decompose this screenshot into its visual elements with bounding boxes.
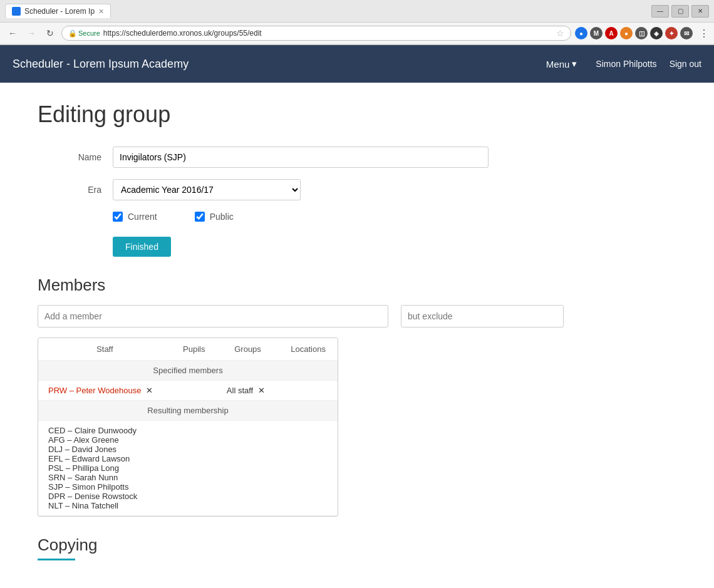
title-bar: Scheduler - Lorem Ip ✕ — ▢ ✕ — [0, 0, 714, 23]
exclude-input[interactable] — [401, 305, 564, 328]
signout-button[interactable]: Sign out — [670, 59, 701, 69]
main-content: Editing group Name Era Academic Year 201… — [0, 83, 689, 579]
members-header-row: Staff Pupils Groups Locations — [38, 338, 338, 361]
current-checkbox[interactable] — [113, 212, 123, 222]
members-table-container: Staff Pupils Groups Locations Specified … — [38, 338, 338, 517]
members-table-body: Specified members PRW – Peter Wodehouse … — [38, 361, 338, 516]
page-scroll: Editing group Name Era Academic Year 201… — [0, 83, 714, 588]
specified-members-label: Specified members — [38, 361, 338, 381]
window-controls: — ▢ ✕ — [651, 5, 709, 18]
specified-pupils-cell — [172, 381, 217, 401]
era-row: Era Academic Year 2016/17 — [38, 179, 651, 200]
members-list-cell: CED – Claire Dunwoody AFG – Alex Greene … — [38, 421, 338, 516]
finished-button[interactable]: Finished — [113, 237, 171, 257]
resulting-membership-label: Resulting membership — [38, 401, 338, 421]
era-select[interactable]: Academic Year 2016/17 — [113, 179, 301, 200]
minimize-button[interactable]: — — [651, 5, 669, 18]
remove-staff-icon[interactable]: ✕ — [146, 386, 153, 395]
browser-menu-icon[interactable]: ⋮ — [699, 28, 709, 39]
header-nav: Menu ▾ Simon Philpotts Sign out — [540, 54, 701, 73]
current-checkbox-item: Current — [113, 212, 157, 222]
maximize-button[interactable]: ▢ — [671, 5, 689, 18]
remove-group-icon[interactable]: ✕ — [258, 386, 265, 395]
ext-icon-1[interactable]: ● — [575, 27, 587, 39]
extension-icons: ● M A ● ◫ ◈ ✦ ✉ — [575, 27, 693, 39]
app-header: Scheduler - Lorem Ipsum Academy Menu ▾ S… — [0, 45, 714, 83]
address-input-wrapper[interactable]: 🔒 Secure https://schedulerdemo.xronos.uk… — [61, 26, 571, 41]
col-groups: Groups — [217, 338, 279, 361]
members-table-head: Staff Pupils Groups Locations — [38, 338, 338, 361]
address-bar: ← → ↻ 🔒 Secure https://schedulerdemo.xro… — [0, 23, 714, 44]
col-locations: Locations — [279, 338, 338, 361]
browser-chrome: Scheduler - Lorem Ip ✕ — ▢ ✕ ← → ↻ 🔒 Sec… — [0, 0, 714, 45]
name-label: Name — [38, 152, 113, 162]
member-name-8: NLT – Nina Tatchell — [48, 501, 328, 510]
copying-title: Copying — [38, 535, 651, 555]
bookmark-icon[interactable]: ☆ — [556, 28, 564, 38]
ext-icon-5[interactable]: ◈ — [650, 27, 663, 39]
secure-label: Secure — [78, 29, 100, 37]
menu-chevron-icon: ▾ — [572, 58, 577, 70]
member-name-5: SRN – Sarah Nunn — [48, 473, 328, 482]
specified-groups-cell: All staff ✕ — [217, 381, 279, 401]
member-name-2: DLJ – David Jones — [48, 445, 328, 454]
member-name-6: SJP – Simon Philpotts — [48, 482, 328, 492]
user-name[interactable]: Simon Philpotts — [596, 59, 656, 69]
specified-staff-link[interactable]: PRW – Peter Wodehouse — [48, 386, 141, 395]
ext-icon-3[interactable]: ● — [620, 27, 633, 39]
member-name-4: PSL – Phillipa Long — [48, 463, 328, 473]
member-name-7: DPR – Denise Rowstock — [48, 492, 328, 501]
era-label: Era — [38, 185, 113, 195]
reload-button[interactable]: ↻ — [43, 26, 58, 41]
specified-staff-cell: PRW – Peter Wodehouse ✕ — [38, 381, 172, 401]
table-row: CED – Claire Dunwoody AFG – Alex Greene … — [38, 421, 338, 516]
members-title: Members — [38, 276, 651, 295]
add-member-input[interactable] — [38, 305, 388, 328]
name-row: Name — [38, 147, 651, 168]
public-checkbox-item: Public — [195, 212, 234, 222]
name-input[interactable] — [113, 147, 489, 168]
close-button[interactable]: ✕ — [691, 5, 709, 18]
menu-button[interactable]: Menu ▾ — [540, 54, 584, 73]
specified-locations-cell — [279, 381, 338, 401]
table-row: PRW – Peter Wodehouse ✕ All staff ✕ — [38, 381, 338, 401]
public-checkbox[interactable] — [195, 212, 205, 222]
copying-underline — [38, 559, 75, 560]
specified-members-row: Specified members — [38, 361, 338, 381]
resulting-membership-row: Resulting membership — [38, 401, 338, 421]
ext-icon-7[interactable]: ✉ — [680, 27, 693, 39]
app-title: Scheduler - Lorem Ipsum Academy — [13, 58, 540, 71]
col-staff: Staff — [38, 338, 172, 361]
back-button[interactable]: ← — [5, 26, 20, 41]
page-title: Editing group — [38, 101, 651, 128]
members-search-row — [38, 305, 651, 328]
members-table: Staff Pupils Groups Locations Specified … — [38, 338, 338, 516]
member-name-1: AFG – Alex Greene — [48, 435, 328, 445]
checkbox-row: Current Public — [38, 212, 651, 222]
ext-icon-6[interactable]: ✦ — [665, 27, 678, 39]
current-label: Current — [128, 212, 157, 222]
tab-favicon — [12, 7, 21, 16]
title-bar-left: Scheduler - Lorem Ip ✕ — [5, 4, 651, 18]
finished-row: Finished — [38, 237, 651, 276]
forward-button[interactable]: → — [24, 26, 39, 41]
tab-close-icon[interactable]: ✕ — [98, 8, 104, 16]
all-staff-label: All staff — [227, 386, 253, 395]
member-name-3: EFL – Edward Lawson — [48, 454, 328, 463]
ext-icon-abp[interactable]: A — [605, 27, 618, 39]
col-pupils: Pupils — [172, 338, 217, 361]
ext-icon-4[interactable]: ◫ — [635, 27, 648, 39]
public-label: Public — [210, 212, 234, 222]
member-name-0: CED – Claire Dunwoody — [48, 426, 328, 435]
menu-label: Menu — [546, 59, 570, 70]
url-text: https://schedulerdemo.xronos.uk/groups/5… — [103, 29, 553, 38]
browser-tab[interactable]: Scheduler - Lorem Ip ✕ — [5, 4, 111, 18]
ext-icon-2[interactable]: M — [590, 27, 603, 39]
secure-icon: 🔒 Secure — [68, 29, 100, 38]
tab-title: Scheduler - Lorem Ip — [24, 7, 95, 16]
